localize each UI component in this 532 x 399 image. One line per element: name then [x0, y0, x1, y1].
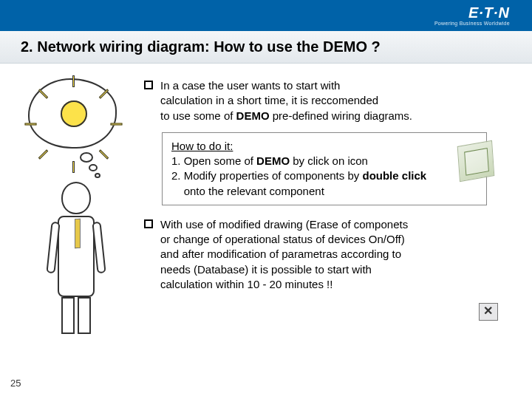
brand-logo: E·T·N [468, 4, 510, 21]
person-figure [61, 182, 95, 334]
thought-bubble [28, 78, 117, 149]
lightbulb-icon [61, 100, 87, 127]
bullet-square-icon [144, 81, 153, 89]
slide-title: 2. Network wiring diagram: How to use th… [21, 38, 511, 55]
erase-tool-icon [479, 303, 498, 321]
brand-tagline: Powering Business Worldwide [434, 21, 510, 26]
slide-title-bar: 2. Network wiring diagram: How to use th… [0, 31, 532, 64]
wiring-diagram-thumbnail-icon [457, 140, 495, 182]
bullet-2-text: With use of modified drawing (Erase of c… [160, 217, 408, 292]
page-number: 25 [10, 378, 21, 389]
slide-content: In a case the user wants to start with c… [0, 64, 532, 292]
howto-title: How to do it: [171, 140, 233, 152]
howto-box: How to do it: 1. Open some of DEMO by cl… [162, 132, 487, 205]
thinking-person-illustration [21, 78, 132, 330]
bullet-item-2: With use of modified drawing (Erase of c… [144, 217, 506, 292]
text-column: In a case the user wants to start with c… [144, 78, 506, 292]
header-bar: E·T·N Powering Business Worldwide [0, 0, 532, 31]
bullet-item-1: In a case the user wants to start with c… [144, 78, 506, 123]
bullet-square-icon [144, 219, 153, 228]
bullet-1-text: In a case the user wants to start with c… [160, 78, 412, 123]
